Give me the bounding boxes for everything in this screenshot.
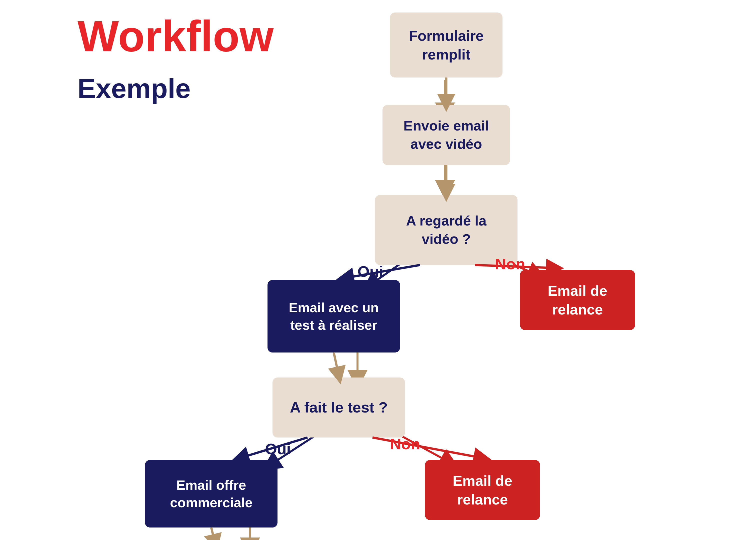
label-oui-1: Oui xyxy=(357,262,383,280)
svg-line-15 xyxy=(211,527,215,540)
page-subtitle: Exemple xyxy=(77,72,190,104)
page-title: Workflow xyxy=(77,14,274,58)
svg-line-12 xyxy=(334,352,339,375)
node-a-regarde: A regardé la vidéo ? xyxy=(375,195,518,265)
node-email-relance-1: Email de relance xyxy=(520,270,635,330)
svg-line-14 xyxy=(372,438,482,458)
label-non-2: Non xyxy=(390,435,420,453)
node-a-fait-test: A fait le test ? xyxy=(273,377,405,438)
node-formulaire: Formulaire remplit xyxy=(390,13,502,77)
node-email-offre: Email offre commerciale xyxy=(145,460,278,527)
node-email-test: Email avec un test à réaliser xyxy=(268,280,400,352)
label-non-1: Non xyxy=(495,255,525,273)
node-envoie-email: Envoie email avec vidéo xyxy=(383,105,510,165)
label-oui-2: Oui xyxy=(265,440,291,458)
node-email-relance-2: Email de relance xyxy=(425,460,540,520)
